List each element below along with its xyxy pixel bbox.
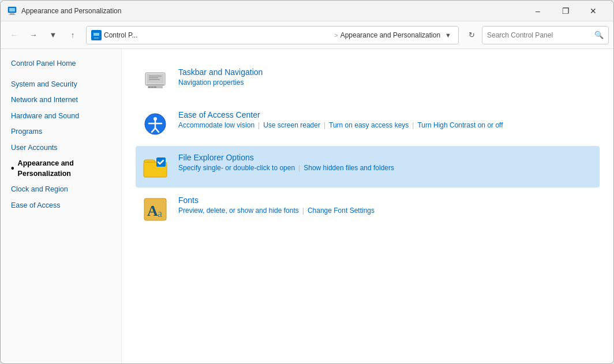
file-explorer-links: Specify single- or double-click to open … [178, 164, 594, 172]
svg-rect-2 [10, 13, 14, 14]
turn-on-easy-access-keys-link[interactable]: Turn on easy access keys [329, 121, 409, 129]
ease-of-access-icon [141, 110, 169, 138]
sidebar-hardware-sound-label: Hardware and Sound [11, 111, 79, 122]
sep2: | [324, 121, 325, 129]
svg-rect-13 [154, 87, 156, 88]
sidebar-ease-of-access-label: Ease of Access [11, 201, 60, 211]
section-fonts: A a Fonts Preview, delete, or show and h… [136, 189, 600, 230]
navigation-bar: ← → ▼ ↑ Control P... > Appearance and Pe… [1, 21, 613, 49]
sidebar-item-user-accounts[interactable]: User Accounts [1, 140, 121, 156]
search-bar: 🔍 [482, 26, 609, 44]
back-button[interactable]: ← [5, 27, 23, 44]
sep3: | [412, 121, 414, 129]
breadcrumb-root[interactable]: Control P... [104, 31, 332, 39]
specify-click-link[interactable]: Specify single- or double-click to open [178, 164, 295, 172]
svg-rect-9 [147, 84, 164, 85]
window-title: Appearance and Personalization [21, 7, 525, 15]
section-ease-of-access: Ease of Access Center Accommodate low vi… [136, 103, 600, 145]
fonts-links: Preview, delete, or show and hide fonts … [178, 207, 594, 215]
sep1: | [258, 121, 260, 129]
taskbar-navigation-title[interactable]: Taskbar and Navigation [178, 67, 594, 77]
sidebar-clock-region-label: Clock and Region [11, 185, 68, 195]
use-screen-reader-link[interactable]: Use screen reader [263, 121, 320, 129]
ease-of-access-links: Accommodate low vision | Use screen read… [178, 121, 594, 129]
taskbar-navigation-content: Taskbar and Navigation Navigation proper… [178, 67, 594, 87]
sidebar-item-hardware-sound[interactable]: Hardware and Sound [1, 108, 121, 125]
svg-text:a: a [158, 208, 162, 219]
title-bar: Appearance and Personalization – ❐ ✕ [1, 1, 613, 21]
svg-rect-12 [151, 87, 154, 88]
fonts-icon: A a [141, 196, 169, 223]
sidebar-item-network-internet[interactable]: Network and Internet [1, 92, 121, 108]
sidebar-home-label: Control Panel Home [11, 59, 76, 69]
sep5: | [302, 207, 304, 215]
sidebar: Control Panel Home System and Security N… [1, 49, 122, 363]
svg-rect-1 [9, 8, 15, 12]
breadcrumb-separator: > [334, 32, 338, 39]
svg-rect-11 [148, 87, 151, 88]
section-taskbar-navigation: Taskbar and Navigation Navigation proper… [136, 61, 600, 102]
breadcrumb-current[interactable]: Appearance and Personalization [340, 31, 440, 39]
taskbar-navigation-icon [141, 67, 169, 95]
window-controls: – ❐ ✕ [525, 2, 606, 20]
turn-high-contrast-link[interactable]: Turn High Contrast on or off [417, 121, 503, 129]
change-font-settings-link[interactable]: Change Font Settings [308, 207, 375, 215]
maximize-button[interactable]: ❐ [552, 2, 579, 20]
preview-delete-fonts-link[interactable]: Preview, delete, or show and hide fonts [178, 207, 299, 215]
sidebar-item-programs[interactable]: Programs [1, 124, 121, 140]
refresh-button[interactable]: ↻ [463, 27, 480, 43]
window-icon [8, 6, 17, 16]
sidebar-item-appearance[interactable]: • Appearance andPersonalization [1, 156, 121, 182]
sidebar-item-clock-region[interactable]: Clock and Region [1, 182, 121, 198]
show-hidden-files-link[interactable]: Show hidden files and folders [304, 164, 394, 172]
svg-text:A: A [147, 202, 158, 219]
navigation-properties-link[interactable]: Navigation properties [178, 78, 244, 87]
breadcrumb-icon [91, 30, 102, 40]
taskbar-navigation-links: Navigation properties [178, 78, 594, 87]
ease-of-access-content: Ease of Access Center Accommodate low vi… [178, 110, 594, 129]
file-explorer-title[interactable]: File Explorer Options [178, 153, 594, 162]
main-panel: Taskbar and Navigation Navigation proper… [122, 49, 613, 363]
svg-rect-5 [93, 33, 99, 36]
accommodate-low-vision-link[interactable]: Accommodate low vision [178, 121, 254, 129]
sidebar-user-accounts-label: User Accounts [11, 143, 58, 153]
sidebar-item-ease-of-access[interactable]: Ease of Access [1, 198, 121, 214]
svg-rect-14 [149, 76, 162, 77]
svg-rect-3 [9, 14, 16, 15]
svg-rect-8 [147, 74, 164, 84]
up-button[interactable]: ↑ [64, 27, 81, 44]
svg-rect-6 [94, 37, 99, 39]
recent-locations-button[interactable]: ▼ [44, 27, 62, 44]
fonts-title[interactable]: Fonts [178, 196, 594, 205]
file-explorer-icon [141, 153, 169, 181]
section-file-explorer: File Explorer Options Specify single- or… [136, 146, 600, 187]
active-bullet: • [11, 162, 14, 175]
ease-of-access-title[interactable]: Ease of Access Center [178, 110, 594, 119]
sidebar-programs-label: Programs [11, 127, 42, 137]
sep4: | [298, 164, 300, 172]
content-area: Control Panel Home System and Security N… [1, 49, 613, 363]
fonts-content: Fonts Preview, delete, or show and hide … [178, 196, 594, 215]
sidebar-network-internet-label: Network and Internet [11, 95, 78, 106]
main-window: Appearance and Personalization – ❐ ✕ ← →… [0, 0, 614, 364]
sidebar-item-home[interactable]: Control Panel Home [1, 56, 121, 72]
sidebar-item-system-security[interactable]: System and Security [1, 77, 121, 93]
breadcrumb-bar: Control P... > Appearance and Personaliz… [86, 26, 459, 44]
forward-button[interactable]: → [25, 27, 42, 44]
close-button[interactable]: ✕ [580, 2, 606, 20]
search-icon: 🔍 [594, 31, 604, 39]
minimize-button[interactable]: – [525, 2, 551, 20]
svg-rect-15 [149, 77, 158, 78]
file-explorer-content: File Explorer Options Specify single- or… [178, 153, 594, 172]
sidebar-appearance-label: Appearance andPersonalization [18, 159, 74, 179]
svg-rect-16 [149, 79, 160, 80]
search-input[interactable] [487, 31, 591, 39]
sidebar-system-security-label: System and Security [11, 80, 77, 90]
breadcrumb-dropdown-button[interactable]: ▼ [443, 31, 454, 40]
